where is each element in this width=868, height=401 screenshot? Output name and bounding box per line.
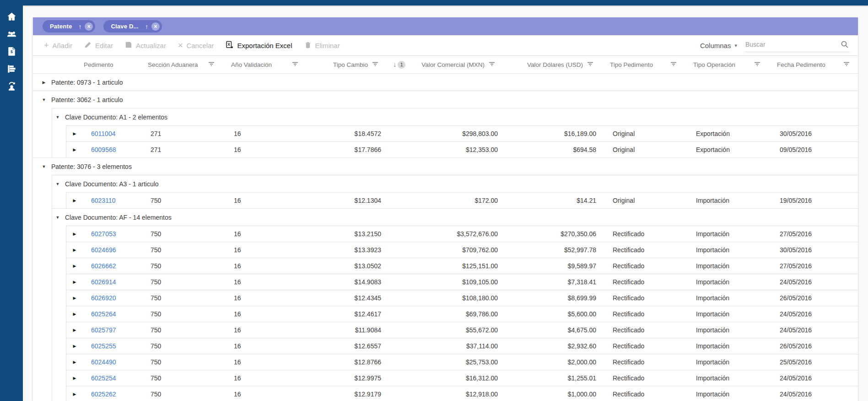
data-row-content: ▶602692075016$12.4345$108,180.00$8,699.9… bbox=[66, 290, 858, 306]
expand-row-icon[interactable]: ▶ bbox=[73, 312, 76, 316]
close-icon[interactable]: × bbox=[85, 22, 93, 31]
cell-cambio: $13.3923 bbox=[309, 242, 389, 258]
group-row[interactable]: ▼Patente: 3076 - 3 elementos bbox=[33, 157, 858, 175]
a-adir-button[interactable]: +Añadir bbox=[39, 39, 77, 52]
column-header-label: Valor Dólares (USD) bbox=[527, 61, 583, 68]
cancelar-button[interactable]: ×Cancelar bbox=[173, 39, 219, 52]
sidebar-item-account-sync[interactable] bbox=[0, 77, 23, 95]
data-row-content: ▶602525475016$12.9975$16,312.00$1,255.01… bbox=[66, 370, 858, 386]
pedimento-link[interactable]: 6025262 bbox=[91, 390, 116, 398]
table-row: ▶602666275016$13.0502$125,151.00$9,589.9… bbox=[33, 258, 858, 274]
cell-comercial: $12,918.00 bbox=[389, 386, 506, 401]
collapse-group-icon[interactable]: ▼ bbox=[41, 98, 47, 102]
search-icon[interactable] bbox=[841, 40, 849, 50]
pedimento-link[interactable]: 6011004 bbox=[91, 130, 115, 137]
column-header-tpedimento[interactable]: Tipo Pedimento bbox=[602, 56, 685, 73]
collapse-group-icon[interactable]: ▼ bbox=[55, 215, 60, 220]
expand-row-icon[interactable]: ▶ bbox=[73, 147, 76, 152]
collapse-group-icon[interactable]: ▼ bbox=[55, 182, 60, 186]
group-indent-gutter bbox=[33, 306, 52, 322]
table-row: ▶601100427116$18.4572$298,803.00$16,189.… bbox=[33, 125, 858, 141]
sidebar-item-invoice[interactable]: $ bbox=[0, 43, 23, 60]
search-input[interactable] bbox=[744, 38, 850, 52]
filter-icon[interactable] bbox=[372, 61, 378, 68]
pedimento-link[interactable]: 6025254 bbox=[91, 374, 116, 382]
pedimento-link[interactable]: 6025264 bbox=[91, 310, 116, 318]
sort-ascending-icon[interactable]: ↑ bbox=[145, 23, 148, 30]
table-row: ▶602525575016$12.6557$37,114.00$2,932.60… bbox=[33, 338, 858, 354]
column-header-dolares[interactable]: Valor Dólares (USD) bbox=[503, 56, 602, 73]
group-row[interactable]: ▼Clave Documento: A1 - 2 elementos bbox=[33, 108, 858, 125]
group-chip[interactable]: Clave D...↑× bbox=[103, 20, 162, 33]
pedimento-link[interactable]: 6024696 bbox=[91, 246, 116, 254]
pedimento-link[interactable]: 6009568 bbox=[91, 146, 116, 153]
pedimento-link[interactable]: 6025797 bbox=[91, 326, 116, 334]
collapse-group-icon[interactable]: ▼ bbox=[55, 115, 60, 119]
group-indent-gutter bbox=[33, 274, 52, 290]
pedimento-link[interactable]: 6025255 bbox=[91, 342, 116, 350]
group-chip[interactable]: Patente↑× bbox=[43, 20, 95, 33]
filter-icon[interactable] bbox=[587, 61, 593, 68]
expand-row-icon[interactable]: ▶ bbox=[73, 232, 76, 236]
pedimento-link[interactable]: 6026662 bbox=[91, 262, 116, 270]
column-header-label: Tipo Pedimento bbox=[610, 61, 653, 68]
pedimento-link[interactable]: 6026920 bbox=[91, 294, 116, 302]
expand-row-icon[interactable]: ▶ bbox=[73, 131, 76, 136]
group-row[interactable]: ▶Patente: 0973 - 1 articulo bbox=[33, 73, 858, 91]
column-header-comercial[interactable]: ↓1Valor Comercial (MXN) bbox=[387, 56, 503, 73]
filter-icon[interactable] bbox=[843, 61, 850, 68]
cell-tpedimento: Rectificado bbox=[604, 322, 688, 338]
pedimento-link[interactable]: 6027053 bbox=[91, 230, 116, 238]
expand-row-icon[interactable]: ▶ bbox=[73, 264, 76, 268]
grid-header-row: PedimentoSección AduaneraAño ValidaciónT… bbox=[33, 56, 858, 73]
filter-icon[interactable] bbox=[208, 61, 215, 68]
column-header-toperacion[interactable]: Tipo Operación bbox=[685, 56, 769, 73]
sidebar-item-bar-chart[interactable] bbox=[0, 60, 23, 77]
group-row[interactable]: ▼Clave Documento: AF - 14 elementos bbox=[33, 208, 858, 226]
filter-icon[interactable] bbox=[489, 61, 495, 68]
expand-row-icon[interactable]: ▶ bbox=[73, 392, 76, 396]
expand-row-icon[interactable]: ▶ bbox=[73, 198, 76, 203]
column-header-cambio[interactable]: Tipo Cambio bbox=[307, 56, 387, 73]
cell-ano: 16 bbox=[226, 242, 309, 258]
column-header-seccion[interactable]: Sección Aduanera bbox=[140, 56, 223, 73]
exportaci-n-excel-button[interactable]: XExportación Excel bbox=[221, 38, 297, 53]
cell-fecha: 24/05/2016 bbox=[771, 274, 858, 290]
filter-icon[interactable] bbox=[670, 61, 677, 68]
sidebar-item-home[interactable] bbox=[0, 8, 23, 25]
pedimento-link[interactable]: 6026914 bbox=[91, 278, 116, 286]
cell-dolares: $1,255.01 bbox=[506, 370, 604, 386]
expand-row-icon[interactable]: ▶ bbox=[73, 328, 76, 332]
cell-ano: 16 bbox=[226, 306, 309, 322]
expand-group-icon[interactable]: ▶ bbox=[41, 80, 47, 85]
toolbar-button-label: Actualizar bbox=[136, 42, 166, 49]
expand-row-icon[interactable]: ▶ bbox=[73, 280, 76, 284]
invoice-icon: $ bbox=[6, 46, 17, 57]
column-header-ano[interactable]: Año Validación bbox=[223, 56, 307, 73]
expand-row-icon[interactable]: ▶ bbox=[73, 376, 76, 380]
group-row[interactable]: ▼Patente: 3062 - 1 articulo bbox=[33, 91, 858, 108]
expand-row-icon[interactable]: ▶ bbox=[73, 248, 76, 252]
group-indent-gutter bbox=[52, 226, 66, 242]
close-icon[interactable]: × bbox=[151, 22, 160, 31]
actualizar-button[interactable]: Actualizar bbox=[120, 38, 171, 53]
group-indent-gutter bbox=[33, 208, 52, 226]
column-header-pedimento[interactable]: Pedimento bbox=[80, 56, 140, 73]
cell-cambio: $17.7866 bbox=[309, 142, 389, 157]
editar-button[interactable]: Editar bbox=[80, 38, 118, 53]
pedimento-link[interactable]: 6023110 bbox=[91, 197, 115, 204]
expand-row-icon[interactable]: ▶ bbox=[73, 296, 76, 300]
eliminar-button[interactable]: Eliminar bbox=[300, 38, 345, 53]
expand-row-icon[interactable]: ▶ bbox=[73, 344, 76, 348]
expand-row-cell: ▶ bbox=[66, 338, 83, 354]
column-header-fecha[interactable]: Fecha Pedimento bbox=[769, 56, 858, 73]
filter-icon[interactable] bbox=[754, 61, 760, 68]
columns-chooser-button[interactable]: Columnas ▾ bbox=[700, 42, 737, 49]
group-row[interactable]: ▼Clave Documento: A3 - 1 articulo bbox=[33, 175, 858, 192]
pedimento-link[interactable]: 6024490 bbox=[91, 358, 116, 366]
sidebar-item-users-group[interactable] bbox=[0, 25, 23, 43]
filter-icon[interactable] bbox=[292, 61, 298, 68]
expand-row-icon[interactable]: ▶ bbox=[73, 360, 76, 364]
collapse-group-icon[interactable]: ▼ bbox=[41, 164, 47, 169]
sort-ascending-icon[interactable]: ↑ bbox=[78, 23, 81, 30]
